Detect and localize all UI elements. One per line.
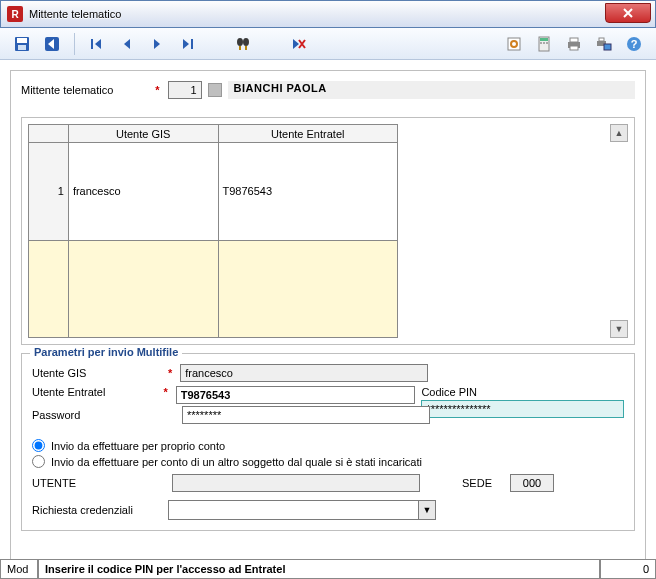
sede-field[interactable]: 000	[510, 474, 554, 492]
app-icon: R	[7, 6, 23, 22]
cancel-record-button[interactable]	[285, 31, 313, 57]
table-row[interactable]: 1 francesco T9876543	[29, 143, 398, 241]
radio-proprio-conto-label: Invio da effettuare per proprio conto	[51, 440, 225, 452]
col-rownum	[29, 125, 69, 143]
window-title: Mittente telematico	[29, 8, 121, 20]
svg-rect-13	[540, 38, 548, 41]
status-mode: Mod	[0, 559, 38, 579]
multifile-params-fieldset: Parametri per invio Multifile Utente GIS…	[21, 353, 635, 531]
cell-gis[interactable]	[68, 240, 218, 338]
radio-proprio-conto[interactable]: Invio da effettuare per proprio conto	[32, 439, 624, 452]
svg-point-7	[243, 38, 249, 46]
radio-altro-soggetto[interactable]: Invio da effettuare per conto di un altr…	[32, 455, 624, 468]
cell-rownum	[29, 240, 69, 338]
header-row: Mittente telematico * 1 BIANCHI PAOLA	[21, 81, 635, 107]
titlebar: R Mittente telematico	[0, 0, 656, 28]
svg-rect-8	[239, 46, 241, 50]
radio-altro-soggetto-input[interactable]	[32, 455, 45, 468]
find-button[interactable]	[229, 31, 257, 57]
combo-input[interactable]	[168, 500, 418, 520]
next-record-button[interactable]	[143, 31, 171, 57]
col-utente-entratel: Utente Entratel	[218, 125, 398, 143]
utente-entratel-field[interactable]	[176, 386, 416, 404]
toolbar: ?	[0, 28, 656, 60]
cell-gis[interactable]: francesco	[68, 143, 218, 241]
users-table: Utente GIS Utente Entratel 1 francesco T…	[28, 124, 398, 338]
scroll-up-icon[interactable]: ▲	[610, 124, 628, 142]
svg-point-6	[237, 38, 243, 46]
svg-rect-18	[570, 38, 578, 42]
cell-entratel[interactable]: T9876543	[218, 143, 398, 241]
scroll-down-icon[interactable]: ▼	[610, 320, 628, 338]
help-button[interactable]: ?	[620, 31, 648, 57]
label-codice-pin: Codice PIN	[421, 386, 624, 398]
first-record-button[interactable]	[83, 31, 111, 57]
radio-altro-soggetto-label: Invio da effettuare per conto di un altr…	[51, 456, 422, 468]
cell-rownum: 1	[29, 143, 69, 241]
svg-rect-16	[546, 42, 548, 44]
label-password: Password	[32, 409, 162, 421]
report-button[interactable]	[500, 31, 528, 57]
back-button[interactable]	[38, 31, 66, 57]
label-sede: SEDE	[462, 477, 492, 489]
svg-rect-14	[540, 42, 542, 44]
users-table-panel: Utente GIS Utente Entratel 1 francesco T…	[21, 117, 635, 345]
save-button[interactable]	[8, 31, 36, 57]
print-screen-button[interactable]	[590, 31, 618, 57]
svg-rect-15	[543, 42, 545, 44]
svg-rect-22	[604, 44, 611, 50]
chevron-down-icon[interactable]: ▼	[418, 500, 436, 520]
lookup-button[interactable]	[208, 83, 222, 97]
label-utente: UTENTE	[32, 477, 162, 489]
table-scrollbar[interactable]: ▲ ▼	[610, 124, 628, 338]
utente-gis-field[interactable]	[180, 364, 428, 382]
calculator-button[interactable]	[530, 31, 558, 57]
richiesta-credenziali-combo[interactable]: ▼	[168, 500, 436, 520]
svg-rect-19	[570, 46, 578, 50]
cell-entratel[interactable]	[218, 240, 398, 338]
main-panel: Mittente telematico * 1 BIANCHI PAOLA Ut…	[10, 70, 646, 568]
svg-rect-4	[91, 39, 93, 49]
utente-field[interactable]	[172, 474, 420, 492]
print-button[interactable]	[560, 31, 588, 57]
label-utente-entratel: Utente Entratel	[32, 386, 157, 398]
svg-rect-10	[508, 38, 520, 50]
mittente-name-field: BIANCHI PAOLA	[228, 81, 635, 99]
prev-record-button[interactable]	[113, 31, 141, 57]
required-asterisk: *	[155, 84, 161, 96]
status-message: Inserire il codice PIN per l'accesso ad …	[38, 559, 600, 579]
svg-rect-2	[18, 45, 26, 50]
label-richiesta-credenziali: Richiesta credenziali	[32, 504, 162, 516]
last-record-button[interactable]	[173, 31, 201, 57]
col-utente-gis: Utente GIS	[68, 125, 218, 143]
close-button[interactable]	[605, 3, 651, 23]
svg-rect-21	[599, 38, 604, 41]
svg-rect-5	[191, 39, 193, 49]
mittente-number-field[interactable]: 1	[168, 81, 202, 99]
label-utente-gis: Utente GIS	[32, 367, 162, 379]
status-count: 0	[600, 559, 656, 579]
fieldset-legend: Parametri per invio Multifile	[30, 346, 182, 358]
radio-proprio-conto-input[interactable]	[32, 439, 45, 452]
status-bar: Mod Inserire il codice PIN per l'accesso…	[0, 559, 656, 579]
codice-pin-field[interactable]	[421, 400, 624, 418]
svg-rect-9	[245, 46, 247, 50]
table-row[interactable]	[29, 240, 398, 338]
svg-rect-1	[17, 38, 27, 43]
password-field[interactable]	[182, 406, 430, 424]
svg-text:?: ?	[631, 38, 638, 50]
mittente-label: Mittente telematico	[21, 84, 113, 96]
